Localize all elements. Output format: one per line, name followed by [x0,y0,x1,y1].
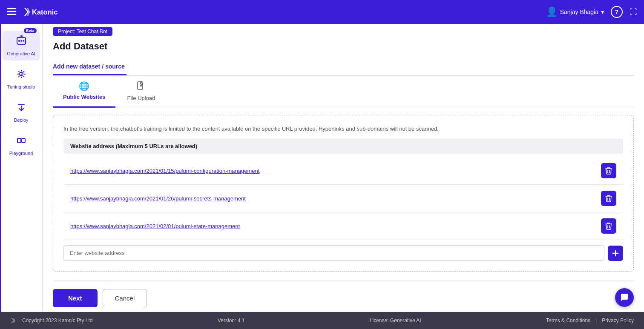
main-content: Project: Test Chat Bot Add Dataset Add n… [43,24,644,312]
topnav: Katonic 👤 Sanjay Bhagia ▾ ? ⛶ [0,0,644,24]
tab-public-websites[interactable]: 🌐 Public Websites [53,76,115,108]
sidebar-item-playground[interactable]: Playground [3,130,40,160]
sidebar-label-tuning-studio: Tuning studio [7,84,35,89]
svg-point-14 [20,74,22,75]
footer-logo-icon [10,316,19,325]
tab-add-new-dataset[interactable]: Add new dataset / source [53,59,126,75]
menu-icon[interactable] [7,7,16,17]
cancel-button[interactable]: Cancel [103,289,147,307]
svg-rect-24 [17,138,21,143]
next-button[interactable]: Next [53,289,98,307]
terms-link[interactable]: Terms & Conditions [546,318,590,323]
generative-ai-icon [15,35,27,49]
tab-file-upload[interactable]: File Upload [115,76,167,108]
svg-line-19 [18,71,20,72]
footer-version: Version: 4.1 [218,318,244,323]
sidebar-label-playground: Playground [9,151,33,156]
svg-point-9 [23,40,24,42]
playground-icon [15,134,27,149]
svg-rect-23 [18,104,25,105]
sidebar-item-deploy[interactable]: Deploy [3,97,40,127]
url-entry-panel: In the free version, the chatbot's train… [53,115,634,272]
footer-links: Terms & Conditions | Privacy Policy [546,318,634,323]
svg-rect-1 [7,11,16,12]
url-link-1[interactable]: https://www.sanjaybhagia.com/2021/01/15/… [70,168,259,174]
beta-badge: Beta [24,28,37,33]
user-name: Sanjay Bhagia [560,9,598,15]
tab-bar: Add new dataset / source [53,59,634,76]
privacy-link[interactable]: Privacy Policy [602,318,634,323]
url-table-header: Website address (Maximum 5 URLs are allo… [63,139,623,154]
tab-file-upload-label: File Upload [127,95,155,101]
footer-copyright: Copyright 2023 Katonic Pty Ltd [22,318,92,323]
user-avatar-icon: 👤 [546,6,558,17]
url-row: https://www.sanjaybhagia.com/2021/01/15/… [63,157,623,185]
project-badge: Project: Test Chat Bot [53,27,112,36]
svg-rect-0 [7,8,16,9]
url-row: https://www.sanjaybhagia.com/2021/02/01/… [63,212,623,240]
sidebar-label-generative-ai: Generative AI [7,51,35,56]
user-menu[interactable]: 👤 Sanjay Bhagia ▾ [546,6,604,17]
svg-rect-2 [7,14,16,15]
url-link-3[interactable]: https://www.sanjaybhagia.com/2021/02/01/… [70,223,240,229]
info-text: In the free version, the chatbot's train… [63,126,623,132]
url-input[interactable] [63,245,604,261]
add-dataset-tab-label: Add new dataset / source [53,59,126,75]
delete-url-2-button[interactable] [601,191,616,206]
add-url-button[interactable] [608,246,623,261]
help-icon[interactable]: ? [611,6,623,18]
globe-icon: 🌐 [79,81,89,91]
deploy-icon [15,101,27,116]
svg-rect-25 [22,138,25,143]
delete-url-3-button[interactable] [601,218,616,234]
svg-line-21 [23,71,24,72]
chat-bubble-button[interactable] [615,288,634,307]
divider [53,280,634,280]
url-link-2[interactable]: https://www.sanjaybhagia.com/2021/01/26/… [70,195,246,202]
action-row: Next Cancel [53,289,634,307]
svg-line-20 [23,76,24,77]
logo: Katonic [23,5,74,19]
sidebar-item-tuning-studio[interactable]: Tuning studio [3,64,40,94]
svg-point-8 [20,40,22,42]
sidebar-label-deploy: Deploy [14,117,28,123]
svg-line-22 [18,76,20,77]
fullscreen-icon[interactable]: ⛶ [630,8,637,17]
file-upload-icon [136,81,146,92]
sidebar-item-generative-ai[interactable]: Beta Generative AI [3,31,40,60]
add-url-row [63,245,623,261]
footer: Copyright 2023 Katonic Pty Ltd Version: … [0,312,644,329]
sub-tab-bar: 🌐 Public Websites File [53,76,634,108]
tab-public-websites-label: Public Websites [63,94,105,100]
page-title: Add Dataset [53,41,634,52]
chevron-down-icon: ▾ [601,9,604,15]
sidebar: Beta Generative AI [0,24,43,312]
url-row: https://www.sanjaybhagia.com/2021/01/26/… [63,185,623,212]
delete-url-1-button[interactable] [601,163,616,178]
svg-text:Katonic: Katonic [32,8,58,16]
footer-license: License: Generative AI [370,318,421,323]
tuning-studio-icon [15,68,27,83]
svg-point-7 [18,40,20,42]
svg-line-11 [20,36,21,36]
svg-line-12 [21,36,23,36]
footer-link-divider: | [595,318,597,323]
